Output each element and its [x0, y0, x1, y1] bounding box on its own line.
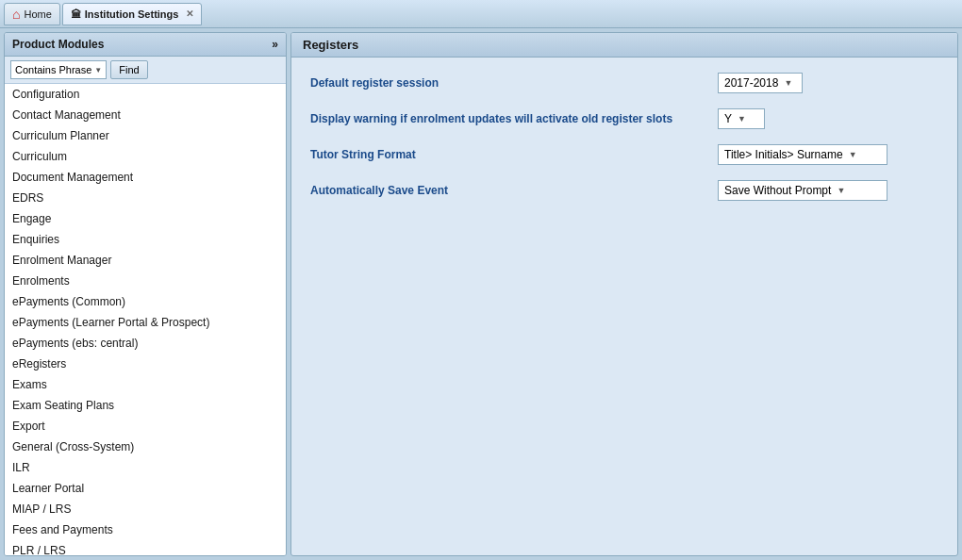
list-item[interactable]: Contact Management — [5, 105, 286, 125]
institution-tab-label: Institution Settings — [85, 8, 179, 20]
setting-label: Display warning if enrolment updates wil… — [310, 112, 706, 125]
right-panel-header: Registers — [291, 33, 957, 58]
setting-row: Default register session2017-2018▼ — [310, 73, 938, 93]
dropdown-value: 2017-2018 — [724, 76, 778, 90]
list-item[interactable]: Exam Seating Plans — [5, 395, 286, 416]
left-panel-header: Product Modules » — [5, 33, 286, 57]
list-item[interactable]: Curriculum — [5, 146, 286, 167]
setting-dropdown-1[interactable]: Y▼ — [718, 108, 765, 129]
setting-row: Automatically Save EventSave Without Pro… — [310, 180, 938, 201]
list-item[interactable]: eRegisters — [5, 354, 286, 374]
setting-control: 2017-2018▼ — [718, 73, 803, 93]
setting-control: Title> Initials> Surname▼ — [718, 144, 887, 165]
list-item[interactable]: Enquiries — [5, 229, 286, 250]
search-type-label: Contains Phrase — [15, 64, 91, 75]
list-item[interactable]: ILR — [5, 457, 286, 478]
dropdown-value: Y — [724, 112, 732, 125]
main-area: Product Modules » Contains Phrase ▼ Find… — [0, 28, 962, 560]
list-item[interactable]: Export — [5, 416, 286, 436]
list-item[interactable]: PLR / LRS — [5, 540, 286, 555]
module-list: ConfigurationContact ManagementCurriculu… — [5, 84, 286, 555]
setting-label: Automatically Save Event — [310, 184, 706, 197]
setting-dropdown-2[interactable]: Title> Initials> Surname▼ — [718, 144, 887, 165]
title-bar: ⌂ Home 🏛 Institution Settings ✕ — [0, 0, 962, 28]
dropdown-value: Save Without Prompt — [724, 184, 831, 197]
institution-icon: 🏛 — [71, 8, 81, 20]
dropdown-value: Title> Initials> Surname — [724, 148, 843, 161]
dropdown-arrow-icon: ▼ — [837, 186, 845, 195]
left-panel: Product Modules » Contains Phrase ▼ Find… — [4, 32, 287, 556]
list-item[interactable]: Engage — [5, 208, 286, 229]
list-item[interactable]: EDRS — [5, 188, 286, 208]
list-item[interactable]: Enrolments — [5, 271, 286, 291]
setting-dropdown-3[interactable]: Save Without Prompt▼ — [718, 180, 887, 201]
list-item[interactable]: Learner Portal — [5, 478, 286, 499]
setting-control: Save Without Prompt▼ — [718, 180, 887, 201]
dropdown-arrow-icon: ▼ — [784, 78, 792, 88]
collapse-arrows[interactable]: » — [272, 38, 278, 51]
list-item[interactable]: ePayments (Common) — [5, 291, 286, 312]
home-tab[interactable]: ⌂ Home — [4, 3, 60, 25]
list-item[interactable]: Enrolment Manager — [5, 250, 286, 271]
left-panel-title: Product Modules — [12, 38, 104, 51]
setting-row: Display warning if enrolment updates wil… — [310, 108, 938, 129]
setting-row: Tutor String FormatTitle> Initials> Surn… — [310, 144, 938, 165]
setting-control: Y▼ — [718, 108, 765, 129]
institution-tab[interactable]: 🏛 Institution Settings ✕ — [62, 3, 203, 25]
home-icon: ⌂ — [12, 7, 20, 22]
find-button[interactable]: Find — [110, 60, 147, 79]
home-tab-label: Home — [24, 8, 51, 20]
list-item[interactable]: Fees and Payments — [5, 519, 286, 540]
setting-label: Tutor String Format — [310, 148, 706, 161]
right-panel-title: Registers — [303, 38, 358, 52]
list-item[interactable]: Exams — [5, 374, 286, 395]
dropdown-arrow-icon: ▼ — [738, 114, 746, 124]
close-tab-button[interactable]: ✕ — [186, 8, 193, 19]
list-item[interactable]: ePayments (ebs: central) — [5, 333, 286, 354]
list-item[interactable]: MIAP / LRS — [5, 499, 286, 519]
list-item[interactable]: Document Management — [5, 167, 286, 188]
list-item[interactable]: General (Cross-System) — [5, 436, 286, 457]
setting-dropdown-0[interactable]: 2017-2018▼ — [718, 73, 803, 93]
list-item[interactable]: Configuration — [5, 84, 286, 105]
setting-label: Default register session — [310, 76, 706, 90]
list-item[interactable]: ePayments (Learner Portal & Prospect) — [5, 312, 286, 333]
dropdown-arrow-icon: ▼ — [849, 150, 857, 159]
dropdown-arrow-icon: ▼ — [94, 66, 102, 74]
settings-content: Default register session2017-2018▼Displa… — [291, 58, 957, 216]
right-panel: Registers Default register session2017-2… — [290, 32, 958, 556]
search-bar: Contains Phrase ▼ Find — [5, 57, 286, 84]
search-type-dropdown[interactable]: Contains Phrase ▼ — [10, 60, 107, 79]
list-item[interactable]: Curriculum Planner — [5, 125, 286, 146]
